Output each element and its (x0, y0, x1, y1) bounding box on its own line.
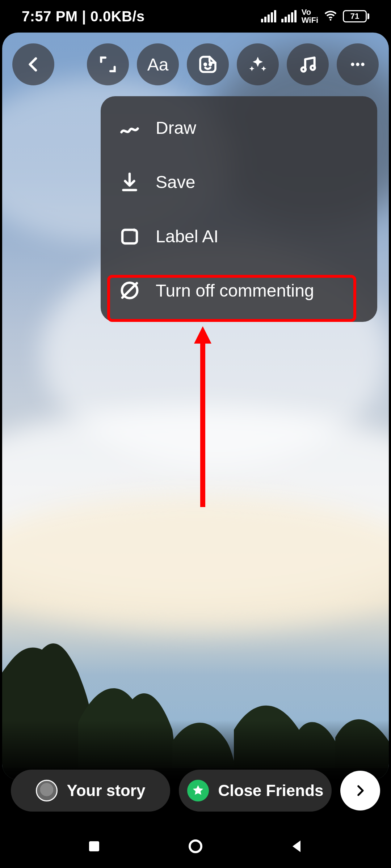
wifi-icon (323, 8, 338, 24)
story-canvas[interactable]: Aa Draw (2, 33, 389, 780)
your-story-button[interactable]: Your story (11, 770, 170, 812)
device-frame: 7:57 PM | 0.0KB/s Vo WiFi 71 (0, 0, 391, 868)
sparkle-icon (248, 54, 268, 75)
triangle-left-icon (288, 838, 306, 855)
signal-icon-2 (281, 10, 297, 22)
battery-percent: 71 (350, 12, 359, 21)
square-icon (85, 838, 103, 855)
more-button[interactable] (337, 43, 379, 85)
chevron-left-icon (23, 54, 43, 75)
text-icon: Aa (147, 55, 169, 75)
menu-item-turn-off-commenting[interactable]: Turn off commenting (111, 263, 367, 318)
signal-icon-1 (261, 10, 276, 22)
share-bar: Your story Close Friends (0, 762, 391, 820)
menu-label: Turn off commenting (156, 281, 314, 301)
status-netspeed: 0.0KB/s (91, 8, 145, 24)
music-button[interactable] (287, 43, 329, 85)
effects-button[interactable] (237, 43, 279, 85)
star-icon (187, 780, 209, 801)
svg-point-7 (356, 63, 359, 66)
svg-point-5 (311, 66, 315, 70)
ai-box-icon (118, 225, 141, 248)
story-toolbar: Aa (2, 43, 389, 85)
status-time: 7:57 PM (22, 8, 78, 24)
back-button[interactable] (12, 43, 54, 85)
status-time-net: 7:57 PM | 0.0KB/s (22, 8, 145, 25)
svg-point-3 (210, 64, 211, 65)
svg-point-0 (330, 19, 332, 21)
more-dropdown-menu: Draw Save Label AI Turn off commenting (101, 96, 377, 322)
resize-button[interactable] (87, 43, 129, 85)
sticker-button[interactable] (187, 43, 229, 85)
menu-item-label-ai[interactable]: Label AI (111, 209, 367, 263)
scribble-icon (118, 116, 141, 139)
menu-item-draw[interactable]: Draw (111, 101, 367, 155)
more-icon (348, 54, 368, 75)
music-icon (298, 54, 318, 75)
nav-recents-button[interactable] (80, 832, 109, 861)
next-button[interactable] (340, 771, 380, 810)
menu-item-save[interactable]: Save (111, 155, 367, 209)
text-button[interactable]: Aa (137, 43, 179, 85)
chevron-right-icon (353, 783, 368, 798)
battery-icon: 71 (343, 10, 369, 22)
your-story-label: Your story (67, 782, 146, 800)
vowifi-icon: Vo WiFi (302, 8, 318, 24)
close-friends-button[interactable]: Close Friends (179, 770, 332, 812)
resize-icon (98, 54, 118, 75)
svg-point-6 (351, 63, 354, 66)
close-friends-label: Close Friends (218, 782, 324, 800)
svg-rect-14 (89, 841, 99, 851)
status-icons: Vo WiFi 71 (261, 8, 369, 24)
sticker-icon (198, 54, 218, 75)
svg-point-15 (190, 841, 201, 852)
status-bar: 7:57 PM | 0.0KB/s Vo WiFi 71 (0, 0, 391, 33)
svg-point-8 (361, 63, 364, 66)
avatar-icon (36, 780, 58, 801)
svg-rect-9 (122, 230, 137, 244)
comment-off-icon (118, 279, 141, 302)
svg-point-2 (205, 64, 206, 65)
menu-label: Draw (156, 118, 196, 138)
nav-home-button[interactable] (181, 832, 210, 861)
menu-label: Label AI (156, 226, 218, 246)
download-icon (118, 170, 141, 193)
menu-label: Save (156, 172, 195, 192)
circle-icon (187, 838, 204, 855)
system-navbar (0, 825, 391, 868)
svg-point-4 (302, 67, 306, 72)
nav-back-button[interactable] (282, 832, 311, 861)
